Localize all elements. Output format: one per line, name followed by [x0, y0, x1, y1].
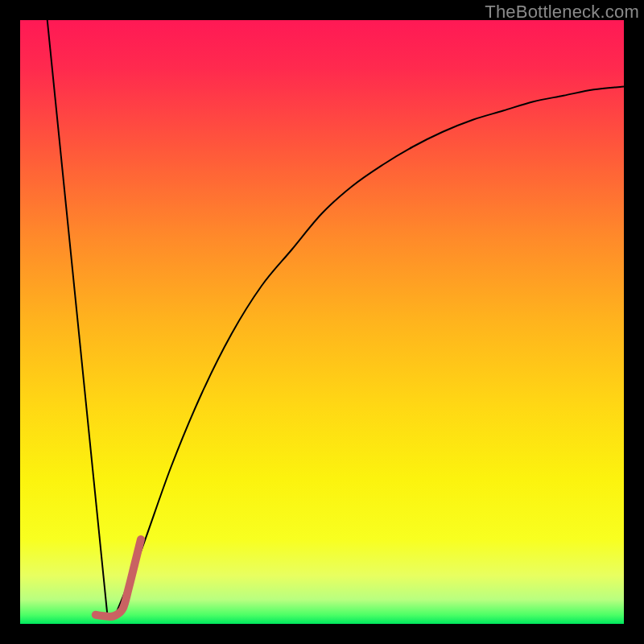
series-right-rising-curve: [117, 87, 624, 613]
watermark-text: TheBottleneck.com: [485, 2, 639, 23]
curve-layer: [20, 20, 624, 624]
series-left-falling-line: [47, 20, 108, 618]
plot-area: [20, 20, 624, 624]
chart-frame: TheBottleneck.com: [0, 0, 644, 644]
series-j-hook-marker: [96, 539, 141, 617]
